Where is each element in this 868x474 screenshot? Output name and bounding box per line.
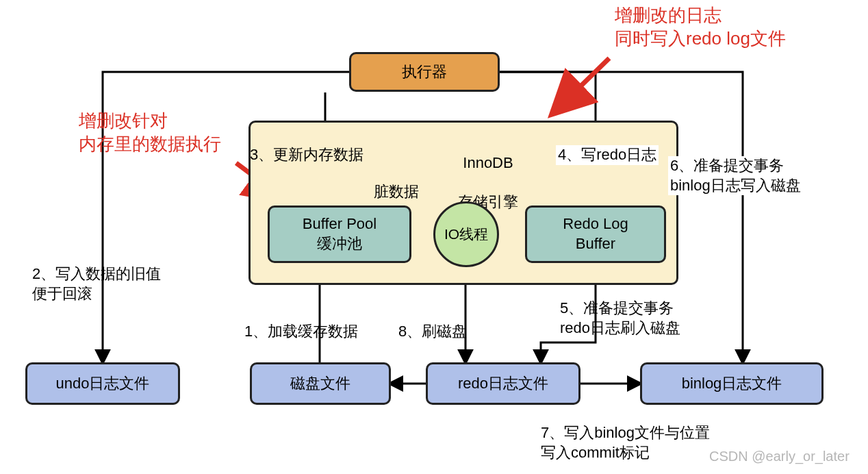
box-disk-file: 磁盘文件 — [250, 362, 391, 405]
label-innodb-title: InnoDB 存储引擎 — [440, 134, 536, 212]
label-step7: 7、写入binlog文件与位置 写入commit标记 — [541, 423, 710, 462]
box-executor: 执行器 — [349, 52, 500, 92]
label-dirty-data: 脏数据 — [374, 182, 419, 202]
label-innodb-line1: InnoDB — [463, 154, 513, 171]
box-redo-file: redo日志文件 — [426, 362, 580, 405]
label-step4: 4、写redo日志 — [556, 145, 659, 165]
box-io-thread: IO线程 — [433, 201, 499, 267]
label-step5: 5、准备提交事务 redo日志刷入磁盘 — [560, 299, 680, 338]
label-step1: 1、加载缓存数据 — [244, 322, 358, 342]
box-redo-buffer: Redo Log Buffer — [525, 205, 666, 263]
label-step8: 8、刷磁盘 — [398, 322, 467, 342]
watermark: CSDN @early_or_later — [709, 447, 850, 465]
label-step6: 6、准备提交事务 binlog日志写入磁盘 — [668, 156, 803, 195]
box-buffer-pool: Buffer Pool 缓冲池 — [268, 205, 411, 263]
annotation-redo-log: 增删改的日志 同时写入redo log文件 — [615, 4, 786, 51]
label-step3: 3、更新内存数据 — [250, 145, 363, 165]
label-step2: 2、写入数据的旧值 便于回滚 — [32, 264, 161, 303]
annotation-memory-exec: 增删改针对 内存里的数据执行 — [79, 110, 221, 156]
svg-line-3 — [554, 58, 609, 112]
diagram-canvas: 增删改的日志 同时写入redo log文件 增删改针对 内存里的数据执行 执行器… — [0, 0, 868, 474]
box-undo-file: undo日志文件 — [25, 362, 180, 405]
box-binlog-file: binlog日志文件 — [640, 362, 824, 405]
